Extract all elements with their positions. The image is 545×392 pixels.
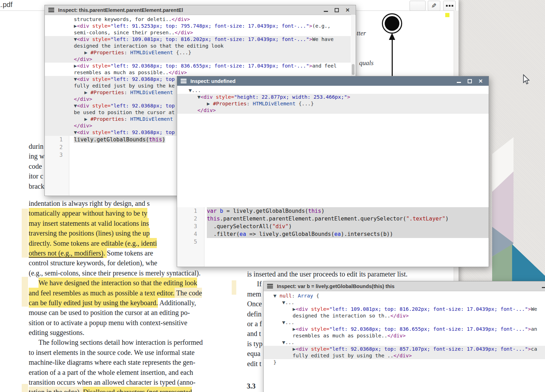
dom-tree-row[interactable]: </div> [45,56,351,63]
close-button[interactable]: ✕ [345,8,350,13]
dom-tree-row[interactable]: ▶ #Properties: HTMLDivElement {...} [177,100,489,107]
window-menu-icon[interactable] [267,283,273,289]
dom-tree-row[interactable]: designed the interaction so that the edi… [45,43,351,49]
dom-tree-row[interactable]: semi-colons, since their presen..</div> [45,29,351,36]
dom-tree-row[interactable]: </div> [177,107,489,114]
dom-inspector-tree: ▼...▼<div style="height: 22.877px; width… [177,86,489,119]
dom-tree-row[interactable]: ▶<div style="left: 92.0368px; top: 836.6… [45,63,351,69]
dom-tree-row[interactable]: resembles as much as possible..</div> [264,332,545,339]
highlighted-text: others not (e.g., modifiers) [29,248,103,258]
editor-gutter: 12345 [177,207,204,267]
toolbar-button-partial[interactable] [410,1,426,11]
minimize-button[interactable] [456,79,461,84]
disclosure-arrow-icon[interactable]: ▶ [293,326,296,332]
dom-tree-row[interactable]: structure keywords, for deleti..</div> [45,16,351,23]
window-menu-icon[interactable] [181,78,187,84]
disclosure-arrow-icon[interactable]: ▶ [84,116,90,122]
pdf-text-line: ing w [29,151,44,161]
highlighted-text: tation in the edge). [29,387,81,392]
pdf-tab-label[interactable]: 1.pdf [0,1,12,9]
disclosure-arrow-icon[interactable]: ▼ [74,130,77,135]
diagram-arrow-line [392,38,393,76]
diagram-end-state-inner-circle [385,16,399,31]
window-menu-icon[interactable] [48,7,54,13]
disclosure-arrow-icon[interactable]: ▼ [74,36,77,42]
ellipsis-icon [446,5,448,7]
pdf-text-line: transition occurs when an allowed charac… [29,377,232,387]
editor-code-area[interactable]: var b = lively.getGlobalBounds(this)this… [204,207,489,267]
code-editor[interactable]: 12345 var b = lively.getGlobalBounds(thi… [177,207,489,267]
line-number: 2 [45,144,63,151]
disclosure-arrow-icon[interactable]: ▼ [74,103,77,108]
code-line[interactable]: .filter(ea => lively.getGlobalBounds(ea)… [207,230,489,238]
disclosure-arrow-icon[interactable]: ▼ [273,293,279,299]
minimize-button[interactable] [541,284,545,289]
disclosure-arrow-icon[interactable]: ▼ [74,76,77,82]
dom-tree-row[interactable]: ▼ null: Array { [264,293,545,299]
disclosure-arrow-icon[interactable]: ▶ [74,23,77,29]
maximize-button[interactable] [467,79,472,84]
pdf-text-line: machine-like diagrams where each state r… [29,357,232,367]
line-number: 5 [177,238,197,246]
code-line[interactable]: .querySelectorAll("div") [207,223,489,230]
annotation-marker [445,13,449,17]
highlighted-text: and feel resembles as much as possible a… [29,288,175,298]
minimize-button[interactable] [323,8,328,13]
dom-tree-row[interactable]: ▼... [264,319,545,326]
pdf-text-line: and feel resembles as much as possible a… [29,288,232,298]
dom-tree-row[interactable]: designed the interaction so th..</div> [264,313,545,319]
disclosure-arrow-icon[interactable]: ▼ [189,88,192,93]
code-line[interactable]: var b = lively.getGlobalBounds(this) [207,207,489,215]
disclosure-arrow-icon[interactable]: ▶ [74,63,77,69]
dom-tree-row[interactable]: ▼... [264,299,545,306]
disclosure-arrow-icon[interactable]: ▶ [293,306,296,312]
dom-tree-row[interactable]: ▼<div style="left: 109.081px; top: 816.2… [45,36,351,43]
window-titlebar[interactable]: Inspect: undefined ✕ [177,76,489,86]
window-titlebar[interactable]: Inspect: this.parentElement.parentElemen… [45,5,356,15]
editor-gutter: 123 [45,136,69,196]
pdf-text-line: itor c [29,171,44,181]
disclosure-arrow-icon[interactable]: ▶ [84,90,90,95]
disclosure-arrow-icon[interactable]: ▼ [197,94,201,100]
pdf-text-line: sition or to activate a popup menu with … [29,318,232,328]
disclosure-arrow-icon[interactable]: ▶ [207,101,213,106]
code-line[interactable] [207,238,489,246]
dom-tree-row[interactable]: fully edited just by using the ..</div> [264,352,545,359]
maximize-button[interactable] [334,8,339,13]
more-options-button[interactable] [443,1,456,11]
highlight-margin-strip [232,280,236,295]
dom-tree-row[interactable]: ▶<div style="left: 91.5253px; top: 795.7… [45,23,351,29]
pencil-icon: ✎ [431,2,436,10]
disclosure-arrow-icon[interactable]: ▼ [282,300,285,305]
pdf-text-line: editing suggestions. [29,328,232,337]
line-number: 3 [45,151,63,159]
tree-scrollbar-thumb[interactable] [352,64,355,75]
dom-tree-row[interactable]: ▶<div style="left: 92.0368px; top: 836.6… [264,326,545,332]
dom-tree-row[interactable]: ▶<div style="left: 109.081px; top: 816.2… [264,306,545,313]
mouse-cursor [523,74,530,85]
disclosure-arrow-icon[interactable]: ▶ [84,50,90,55]
highlighted-text: We have designed the interaction so that… [39,278,197,288]
dom-tree-row[interactable]: } [264,359,545,366]
pdf-text-line: eration of a a part of the whole element… [29,368,232,377]
dom-tree-row[interactable]: ▼<div style="height: 22.877px; width: 25… [177,94,489,100]
dom-tree-row[interactable]: resembles as much as possible..</div> [45,69,351,76]
disclosure-arrow-icon[interactable]: ▼ [282,340,285,345]
disclosure-arrow-icon[interactable]: ▶ [293,346,296,352]
dom-tree-row[interactable]: ▼... [264,339,545,346]
dom-tree-row[interactable]: ▶<div style="left: 92.0368px; top: 857.1… [264,346,545,352]
close-button[interactable]: ✕ [478,79,483,84]
highlight-margin-strip [22,277,28,307]
highlighted-text: tomatically appear without having to be … [29,208,147,218]
window-titlebar[interactable]: Inspect: var b = lively.getGlobalBounds(… [264,281,545,291]
window-title: Inspect: undefined [190,78,236,84]
dom-tree-row[interactable]: ▼... [177,87,489,94]
annotate-button[interactable]: ✎ [428,1,440,11]
object-inspector-tree: ▼ null: Array {▼...▶<div style="left: 10… [264,291,545,392]
code-line[interactable]: this.parentElement.parentElement.parentE… [207,215,489,223]
diagram-edge-label: quals [359,59,373,67]
highlighted-text: may insert statements at valid locations… [29,218,149,228]
pdf-text-line: mouse can be used to position the cursor… [29,308,232,317]
disclosure-arrow-icon[interactable]: ▼ [282,320,285,325]
dom-tree-row[interactable]: ▶ #Properties: HTMLDivElement {...} [45,49,351,56]
